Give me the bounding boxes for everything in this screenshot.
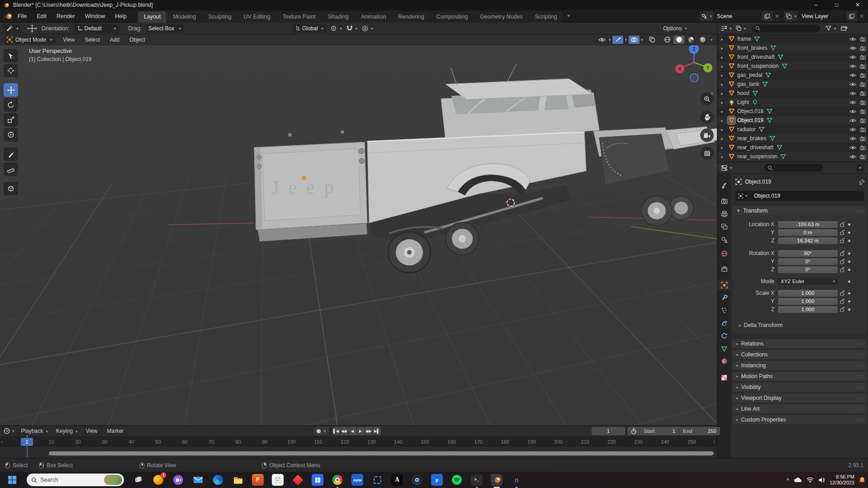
sidebar-collapse-arrow[interactable]: ‹ <box>711 90 713 97</box>
outliner-row[interactable]: ▸ gas_tank <box>717 80 868 89</box>
fusion360-icon[interactable]: F <box>252 474 264 486</box>
add-workspace-button[interactable]: + <box>563 10 574 22</box>
hide-eye-icon[interactable] <box>849 109 856 114</box>
object-name[interactable]: front_brakes <box>737 45 768 51</box>
tab-constraints[interactable] <box>717 331 731 341</box>
rotate-tool[interactable] <box>4 98 18 112</box>
prev-keyframe-button[interactable]: ◀◆ <box>341 427 348 435</box>
snipping-tool-icon[interactable] <box>371 474 383 486</box>
tab-view-layer[interactable] <box>717 221 731 232</box>
onedrive-cloud-icon[interactable] <box>794 477 802 483</box>
value-field[interactable]: 0 m <box>778 229 838 236</box>
render-visibility-camera-icon[interactable] <box>860 136 866 141</box>
pivot-point-dropdown[interactable]: ▾ <box>330 25 342 32</box>
camera-view-button[interactable] <box>700 128 714 142</box>
collapsed-section[interactable]: ▸ Visibility ∷∷ <box>733 383 867 392</box>
animate-dot[interactable] <box>848 261 850 263</box>
3d-viewport[interactable]: Jeep <box>0 34 717 425</box>
animate-dot[interactable] <box>848 223 850 226</box>
play-reverse-button[interactable]: ◀ <box>349 427 356 435</box>
object-name-input[interactable]: Object.019 <box>750 191 864 201</box>
object-name[interactable]: Object.019 <box>737 117 764 123</box>
workspace-tab[interactable]: Scripting <box>529 11 563 23</box>
auto-keying-toggle[interactable]: ▾ <box>314 427 329 435</box>
workspace-tab[interactable]: Rendering <box>392 11 430 23</box>
panel-grip[interactable]: ∷∷ <box>856 407 863 412</box>
object-name[interactable]: gas_tank <box>737 81 759 87</box>
collapsed-section[interactable]: ▸ Relations ∷∷ <box>733 339 867 348</box>
hide-eye-icon[interactable] <box>849 55 856 60</box>
move-tool[interactable] <box>4 83 18 97</box>
tab-texture[interactable] <box>717 372 731 383</box>
hide-eye-icon[interactable] <box>849 127 856 132</box>
jump-to-end-button[interactable]: ▶▌ <box>373 427 381 435</box>
animate-dot[interactable] <box>848 240 850 242</box>
minimize-button[interactable]: – <box>806 0 826 10</box>
prime-video-icon[interactable]: p <box>431 474 443 486</box>
unlink-scene-icon[interactable]: ✕ <box>773 13 782 19</box>
hide-eye-icon[interactable] <box>849 154 856 159</box>
animate-dot[interactable] <box>848 280 850 283</box>
hide-eye-icon[interactable] <box>849 82 856 87</box>
panel-grip[interactable]: ∷∷ <box>856 385 863 390</box>
outliner-row[interactable]: ▸ rear_driveshaft <box>717 143 868 152</box>
render-visibility-camera-icon[interactable] <box>860 55 866 60</box>
scale-tool[interactable] <box>4 113 18 127</box>
scene-name[interactable]: Scene <box>713 13 761 19</box>
jump-to-start-button[interactable]: ▌◀ <box>332 427 340 435</box>
drag-dropdown[interactable]: Select Box▾ <box>145 24 184 33</box>
outliner-row[interactable]: ▸ hood <box>717 89 868 98</box>
xray-toggle[interactable] <box>646 36 657 44</box>
object-name-type-icon[interactable]: ▾ <box>735 191 750 201</box>
tab-object-data[interactable] <box>717 343 731 354</box>
workspace-tab[interactable]: Shading <box>322 11 355 23</box>
shading-solid-button[interactable] <box>674 36 684 44</box>
render-visibility-camera-icon[interactable] <box>860 37 866 42</box>
start-button[interactable] <box>6 474 18 486</box>
value-field[interactable]: 0° <box>778 258 838 265</box>
chrome-icon[interactable] <box>332 474 343 486</box>
properties-editor-type-button[interactable]: ▾ <box>721 165 732 171</box>
collapsed-section[interactable]: ▸ Custom Properties ∷∷ <box>733 415 867 424</box>
red-diamond-app-icon[interactable] <box>292 474 304 486</box>
tab-particles[interactable] <box>717 305 731 316</box>
outliner-row[interactable]: ▸ Object.018 <box>717 107 868 116</box>
navigation-gizmo[interactable]: Z X Y <box>672 41 716 84</box>
collapsed-section[interactable]: ▸ Collections ∷∷ <box>733 350 867 359</box>
wifi-icon[interactable] <box>806 477 814 483</box>
outliner-row[interactable]: ▸ gas_pedal <box>717 71 868 80</box>
current-frame-field[interactable]: 1 <box>592 427 625 435</box>
3d-viewport-canvas[interactable]: Jeep <box>0 34 717 425</box>
edge-icon[interactable] <box>212 474 224 486</box>
expand-arrow-icon[interactable]: ▸ <box>721 55 727 60</box>
render-visibility-camera-icon[interactable] <box>860 64 866 69</box>
tab-physics[interactable] <box>717 318 731 329</box>
tab-output[interactable] <box>717 208 731 219</box>
render-visibility-camera-icon[interactable] <box>860 109 866 114</box>
lock-icon[interactable] <box>838 307 847 312</box>
gizmo-minus-z-axis[interactable] <box>690 74 698 82</box>
timeline-menu-item[interactable]: Playback ▾ <box>17 428 52 434</box>
outliner-row[interactable]: ▸ front_brakes <box>717 43 868 52</box>
panel-grip[interactable]: ∷∷ <box>856 341 863 346</box>
collapsed-section[interactable]: ▸ Instancing ∷∷ <box>733 361 867 370</box>
workspace-tab[interactable]: Layout <box>138 11 167 23</box>
object-name[interactable]: gas_pedal <box>737 72 762 78</box>
overlays-toggle[interactable]: ▾ <box>629 36 643 44</box>
hide-eye-icon[interactable] <box>849 118 856 123</box>
hide-eye-icon[interactable] <box>849 73 856 78</box>
workspace-tab[interactable]: Geometry Nodes <box>474 11 528 23</box>
n-app-icon[interactable]: n <box>511 474 522 486</box>
collapsed-section[interactable]: ▸ Line Art ∷∷ <box>733 404 867 413</box>
next-keyframe-button[interactable]: ◆▶ <box>365 427 373 435</box>
outliner-search-input[interactable] <box>752 24 820 33</box>
spotify-icon[interactable] <box>451 474 463 486</box>
gizmos-toggle[interactable]: ▾ <box>612 36 627 44</box>
object-name[interactable]: rear_suspension <box>737 153 778 160</box>
panel-grip[interactable]: ∷∷ <box>856 417 863 422</box>
render-visibility-camera-icon[interactable] <box>860 91 866 96</box>
timeline-channel-area[interactable] <box>0 447 717 459</box>
microsoft-store-icon[interactable] <box>272 474 284 486</box>
animate-dot[interactable] <box>848 269 850 271</box>
lock-icon[interactable] <box>838 230 847 235</box>
